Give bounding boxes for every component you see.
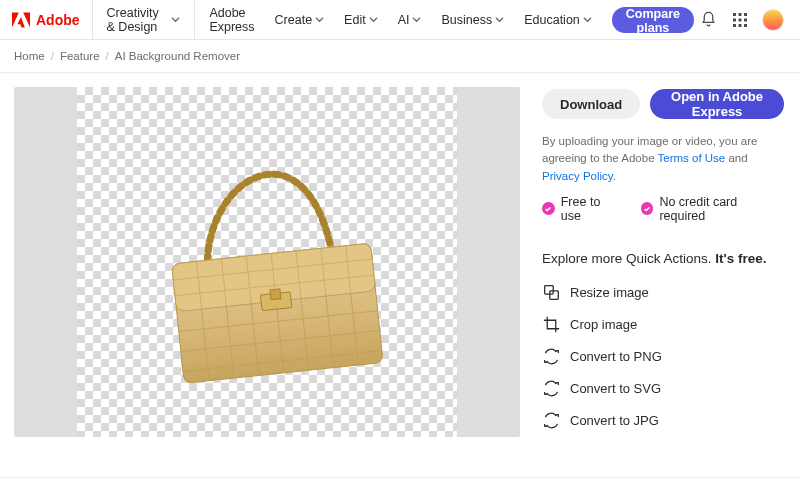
qa-resize-image[interactable]: Resize image: [542, 284, 784, 302]
terms-of-use-link[interactable]: Terms of Use: [658, 152, 726, 164]
nav-utility-icons: [698, 9, 790, 31]
brand-name: Adobe: [36, 12, 80, 28]
app-launcher-icon[interactable]: [730, 10, 750, 30]
chevron-down-icon: [412, 15, 421, 24]
crop-icon: [542, 316, 560, 334]
svg-rect-32: [544, 286, 553, 295]
svg-rect-7: [739, 24, 742, 27]
compare-plans-button[interactable]: Compare plans: [612, 7, 694, 33]
qa-crop-image[interactable]: Crop image: [542, 316, 784, 334]
nav-create[interactable]: Create: [265, 0, 335, 40]
breadcrumb-feature[interactable]: Feature: [60, 50, 100, 62]
qa-convert-to-png[interactable]: Convert to PNG: [542, 348, 784, 366]
open-in-express-button[interactable]: Open in Adobe Express: [650, 89, 784, 119]
quick-actions-list: Resize image Crop image Convert to PNG C…: [542, 284, 784, 430]
convert-icon: [542, 348, 560, 366]
qa-convert-to-jpg[interactable]: Convert to JPG: [542, 412, 784, 430]
chevron-down-icon: [583, 15, 592, 24]
nav-education[interactable]: Education: [514, 0, 602, 40]
adobe-logo-icon: [12, 12, 30, 28]
nav-creativity-design[interactable]: Creativity & Design: [93, 0, 196, 40]
svg-rect-31: [270, 289, 281, 300]
check-icon: [542, 202, 555, 215]
breadcrumb: Home / Feature / AI Background Remover: [0, 40, 800, 73]
nav-adobe-express[interactable]: Adobe Express: [199, 0, 264, 40]
check-icon: [641, 202, 654, 215]
feature-badges: Free to use No credit card required: [542, 195, 784, 223]
explore-heading: Explore more Quick Actions. It's free.: [542, 251, 784, 266]
breadcrumb-home[interactable]: Home: [14, 50, 45, 62]
convert-icon: [542, 380, 560, 398]
image-canvas: [14, 87, 520, 437]
breadcrumb-current: AI Background Remover: [115, 50, 240, 62]
nav-edit[interactable]: Edit: [334, 0, 388, 40]
nav-business[interactable]: Business: [431, 0, 514, 40]
action-buttons: Download Open in Adobe Express: [542, 89, 784, 119]
chevron-down-icon: [495, 15, 504, 24]
badge-free: Free to use: [542, 195, 623, 223]
convert-icon: [542, 412, 560, 430]
transparency-checker: [77, 87, 457, 437]
svg-rect-1: [739, 13, 742, 16]
notifications-icon[interactable]: [698, 10, 718, 30]
svg-rect-4: [739, 18, 742, 21]
main-content: Download Open in Adobe Express By upload…: [0, 73, 800, 457]
chevron-down-icon: [369, 15, 378, 24]
svg-rect-6: [733, 24, 736, 27]
download-button[interactable]: Download: [542, 89, 640, 119]
side-panel: Download Open in Adobe Express By upload…: [540, 87, 786, 437]
svg-rect-8: [744, 24, 747, 27]
svg-rect-0: [733, 13, 736, 16]
qa-convert-to-svg[interactable]: Convert to SVG: [542, 380, 784, 398]
svg-rect-5: [744, 18, 747, 21]
privacy-policy-link[interactable]: Privacy Policy: [542, 170, 613, 182]
nav-group: Adobe Express Create Edit AI Business Ed…: [195, 0, 698, 40]
badge-no-card: No credit card required: [641, 195, 784, 223]
svg-rect-3: [733, 18, 736, 21]
top-nav: Adobe Creativity & Design Adobe Express …: [0, 0, 800, 40]
chevron-down-icon: [171, 15, 180, 24]
svg-rect-2: [744, 13, 747, 16]
nav-ai[interactable]: AI: [388, 0, 432, 40]
user-avatar[interactable]: [762, 9, 784, 31]
legal-text: By uploading your image or video, you ar…: [542, 133, 784, 185]
result-image-handbag: [101, 89, 431, 419]
svg-rect-33: [549, 291, 558, 300]
resize-icon: [542, 284, 560, 302]
brand-logo[interactable]: Adobe: [0, 0, 93, 40]
chevron-down-icon: [315, 15, 324, 24]
